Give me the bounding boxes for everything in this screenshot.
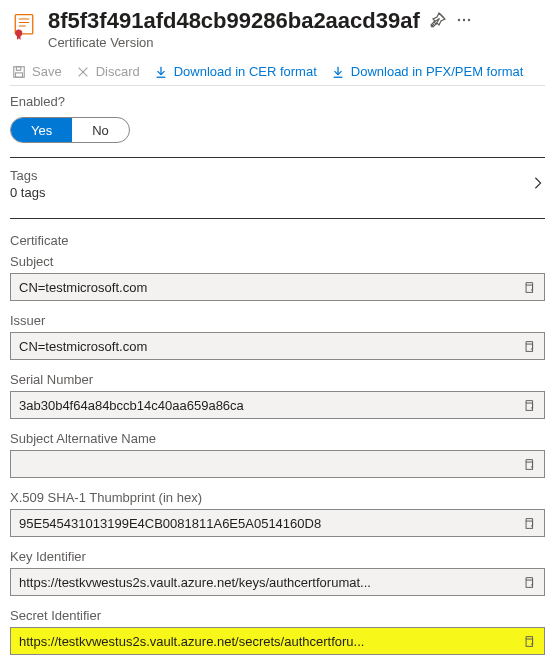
page-title: 8f5f3f491afd48cb99286ba2aacd39af — [48, 8, 420, 34]
tags-count: 0 tags — [10, 185, 45, 200]
tags-label: Tags — [10, 168, 45, 183]
page-subtitle: Certificate Version — [48, 35, 545, 50]
toggle-no[interactable]: No — [72, 118, 129, 142]
toolbar: Save Discard Download in CER format Down… — [10, 54, 545, 86]
keyid-label: Key Identifier — [10, 549, 545, 564]
issuer-value: CN=testmicrosoft.com — [19, 339, 518, 354]
download-cer-button[interactable]: Download in CER format — [154, 64, 317, 79]
enabled-label: Enabled? — [10, 94, 545, 109]
svg-point-7 — [468, 18, 470, 20]
svg-rect-19 — [526, 403, 533, 410]
svg-rect-23 — [526, 639, 533, 646]
copy-icon[interactable] — [518, 513, 538, 533]
issuer-label: Issuer — [10, 313, 545, 328]
certificate-section-label: Certificate — [10, 233, 545, 248]
copy-icon[interactable] — [518, 572, 538, 592]
more-icon[interactable] — [456, 12, 472, 31]
copy-icon[interactable] — [518, 631, 538, 651]
thumb-label: X.509 SHA-1 Thumbprint (in hex) — [10, 490, 545, 505]
svg-rect-18 — [526, 344, 533, 351]
san-field — [10, 450, 545, 478]
svg-rect-20 — [526, 462, 533, 469]
san-label: Subject Alternative Name — [10, 431, 545, 446]
discard-button[interactable]: Discard — [76, 64, 140, 79]
thumb-value: 95E545431013199E4CB0081811A6E5A0514160D8 — [19, 516, 518, 531]
svg-point-4 — [15, 30, 22, 37]
secretid-value: https://testkvwestus2s.vault.azure.net/s… — [19, 634, 518, 649]
keyid-field: https://testkvwestus2s.vault.azure.net/k… — [10, 568, 545, 596]
divider — [10, 157, 545, 158]
download-pfx-button[interactable]: Download in PFX/PEM format — [331, 64, 524, 79]
svg-point-5 — [458, 18, 460, 20]
discard-label: Discard — [96, 64, 140, 79]
toggle-yes[interactable]: Yes — [11, 118, 72, 142]
copy-icon[interactable] — [518, 454, 538, 474]
secretid-label: Secret Identifier — [10, 608, 545, 623]
subject-label: Subject — [10, 254, 545, 269]
copy-icon[interactable] — [518, 277, 538, 297]
keyid-value: https://testkvwestus2s.vault.azure.net/k… — [19, 575, 518, 590]
download-pfx-label: Download in PFX/PEM format — [351, 64, 524, 79]
secretid-field: https://testkvwestus2s.vault.azure.net/s… — [10, 627, 545, 655]
save-button[interactable]: Save — [12, 64, 62, 79]
subject-value: CN=testmicrosoft.com — [19, 280, 518, 295]
copy-icon[interactable] — [518, 395, 538, 415]
copy-icon[interactable] — [518, 336, 538, 356]
svg-point-6 — [463, 18, 465, 20]
divider — [10, 218, 545, 219]
download-cer-label: Download in CER format — [174, 64, 317, 79]
serial-field: 3ab30b4f64a84bccb14c40aa659a86ca — [10, 391, 545, 419]
serial-value: 3ab30b4f64a84bccb14c40aa659a86ca — [19, 398, 518, 413]
svg-rect-21 — [526, 521, 533, 528]
issuer-field: CN=testmicrosoft.com — [10, 332, 545, 360]
tags-row[interactable]: Tags 0 tags — [10, 164, 545, 204]
serial-label: Serial Number — [10, 372, 545, 387]
chevron-right-icon — [531, 176, 545, 193]
page-header: 8f5f3f491afd48cb99286ba2aacd39af Certifi… — [10, 0, 545, 54]
save-label: Save — [32, 64, 62, 79]
svg-rect-9 — [16, 66, 20, 70]
enabled-toggle[interactable]: Yes No — [10, 117, 130, 143]
svg-rect-17 — [526, 285, 533, 292]
pin-icon[interactable] — [430, 12, 446, 31]
svg-rect-22 — [526, 580, 533, 587]
svg-rect-10 — [16, 72, 23, 76]
subject-field: CN=testmicrosoft.com — [10, 273, 545, 301]
certificate-icon — [10, 12, 38, 40]
thumb-field: 95E545431013199E4CB0081811A6E5A0514160D8 — [10, 509, 545, 537]
